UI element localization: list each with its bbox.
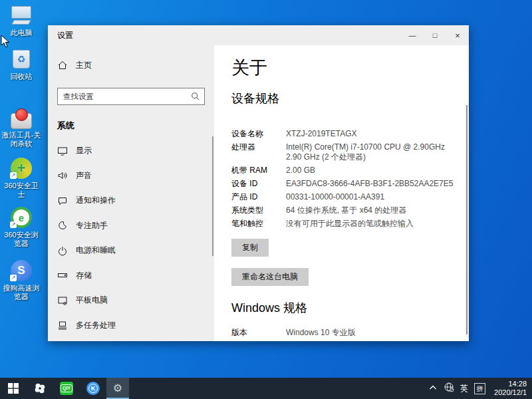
maximize-button[interactable]: □ xyxy=(424,25,446,45)
sidebar-scrollbar[interactable] xyxy=(212,136,213,256)
spec-row-device-id: 设备 ID EA3FDAC8-3666-4AFB-B3F1-2BB52AA2E7… xyxy=(231,179,460,189)
sidebar-item-projecting[interactable]: 投影到此电脑 xyxy=(48,338,214,341)
network-globe-icon[interactable] xyxy=(444,382,454,395)
start-button[interactable] xyxy=(0,378,27,399)
taskbar-iqiyi[interactable]: QIY xyxy=(53,378,80,399)
spec-value: 没有可用于此显示器的笔或触控输入 xyxy=(286,219,414,229)
taskbar: QIY K ⚙ 英 拼 14:28 2020/12/1 xyxy=(0,378,532,399)
this-pc-icon xyxy=(9,4,33,27)
system-tray: 英 拼 14:28 2020/12/1 xyxy=(428,378,532,399)
spec-row-pen-touch: 笔和触控 没有可用于此显示器的笔或触控输入 xyxy=(231,219,460,229)
desktop-icon-label: 360安全卫士 xyxy=(1,182,42,199)
360-browser-icon: e ↗ xyxy=(9,206,33,229)
sidebar-item-label: 电源和睡眠 xyxy=(76,245,116,256)
spec-row-edition: 版本 Windows 10 专业版 xyxy=(231,328,460,338)
content-scrollbar[interactable] xyxy=(466,105,467,334)
iqiyi-icon: QIY xyxy=(60,382,73,395)
sogou-browser-icon: S ↗ xyxy=(9,259,33,282)
tray-time: 14:28 xyxy=(494,380,527,388)
360-safe-icon: + ↗ xyxy=(9,157,33,180)
sidebar-item-label: 专注助手 xyxy=(76,220,108,231)
sidebar-item-notifications[interactable]: 通知和操作 xyxy=(48,188,214,213)
kugou-icon: K xyxy=(86,382,100,395)
sidebar-item-label: 主页 xyxy=(76,60,92,71)
sidebar-item-display[interactable]: 显示 xyxy=(48,138,214,164)
clock[interactable]: 14:28 2020/12/1 xyxy=(491,380,527,397)
spec-label: 版本 xyxy=(231,328,286,338)
tray-date: 2020/12/1 xyxy=(494,388,527,397)
sidebar-item-multitasking[interactable]: 多任务处理 xyxy=(48,313,214,338)
spec-value: Windows 10 专业版 xyxy=(286,328,356,338)
device-spec-table: 设备名称 XTZJ-2019TETAGX 处理器 Intel(R) Core(T… xyxy=(231,129,460,229)
sidebar-item-label: 通知和操作 xyxy=(76,195,116,206)
taskbar-settings-active[interactable]: ⚙ xyxy=(106,378,129,399)
display-icon xyxy=(57,146,68,156)
moon-icon xyxy=(57,220,68,231)
desktop-icon-this-pc[interactable]: 此电脑 xyxy=(0,4,43,37)
windows-logo-icon xyxy=(8,383,19,394)
sidebar-item-tablet[interactable]: 平板电脑 xyxy=(48,288,214,313)
desktop-icon-360-browser[interactable]: e ↗ 360安全浏览器 xyxy=(0,206,43,248)
sidebar-item-storage[interactable]: 存储 xyxy=(48,263,214,289)
shortcut-arrow-icon: ↗ xyxy=(10,221,17,228)
spec-row-device-name: 设备名称 XTZJ-2019TETAGX xyxy=(231,129,460,139)
minimize-button[interactable]: — xyxy=(401,25,424,45)
sidebar-item-label: 存储 xyxy=(76,270,92,281)
spec-value: XTZJ-2019TETAGX xyxy=(286,129,356,139)
notification-icon xyxy=(57,196,68,206)
windows-spec-table: 版本 Windows 10 专业版 版本号 20H2 xyxy=(231,328,460,341)
pinwheel-icon xyxy=(34,382,46,394)
device-spec-heading: 设备规格 xyxy=(231,90,460,106)
gear-icon: ⚙ xyxy=(113,383,122,394)
settings-sidebar: 主页 系统 显示 声音 通知和操作 xyxy=(48,45,214,341)
multitask-icon xyxy=(57,320,68,331)
sidebar-item-label: 显示 xyxy=(76,145,92,156)
search-box xyxy=(57,88,205,105)
spec-value: 00331-10000-00001-AA391 xyxy=(286,192,384,202)
spec-row-product-id: 产品 ID 00331-10000-00001-AA391 xyxy=(231,192,460,202)
spec-label: 设备名称 xyxy=(231,129,286,139)
spec-row-ram: 机带 RAM 2.00 GB xyxy=(231,166,460,176)
spec-value: 2.00 GB xyxy=(286,166,315,176)
spec-value: Intel(R) Core(TM) i7-10700 CPU @ 2.90GHz… xyxy=(286,142,460,162)
rename-pc-button[interactable]: 重命名这台电脑 xyxy=(231,268,309,286)
page-title: 关于 xyxy=(231,56,460,80)
spec-label: 机带 RAM xyxy=(231,166,286,176)
desktop-icon-label: 回收站 xyxy=(1,72,42,81)
about-page: 关于 设备规格 设备名称 XTZJ-2019TETAGX 处理器 Intel(R… xyxy=(214,45,469,341)
window-title: 设置 xyxy=(48,30,401,41)
spec-label: 笔和触控 xyxy=(231,219,286,229)
taskbar-360-safe[interactable] xyxy=(27,378,53,399)
desktop-icon-360-safe[interactable]: + ↗ 360安全卫士 xyxy=(0,157,43,199)
ime-indicator[interactable]: 拼 xyxy=(474,383,485,394)
shortcut-arrow-icon: ↗ xyxy=(10,275,17,281)
sidebar-item-label: 声音 xyxy=(76,170,92,182)
desktop-icon-label: 360安全浏览器 xyxy=(1,231,42,248)
desktop-icon-activator[interactable]: 激活工具-关闭杀软 xyxy=(0,106,43,148)
spec-label: 系统类型 xyxy=(231,205,286,215)
home-icon xyxy=(57,60,68,70)
taskbar-kugou[interactable]: K xyxy=(80,378,106,399)
sidebar-nav: 显示 声音 通知和操作 专注助手 电源和睡眠 xyxy=(48,138,214,341)
copy-button[interactable]: 复制 xyxy=(231,239,269,257)
sidebar-item-home[interactable]: 主页 xyxy=(48,53,214,77)
settings-window: 设置 — □ × 主页 系统 显示 xyxy=(48,25,469,341)
spec-row-processor: 处理器 Intel(R) Core(TM) i7-10700 CPU @ 2.9… xyxy=(231,142,460,162)
sidebar-item-label: 多任务处理 xyxy=(76,320,116,331)
desktop-icon-sogou-browser[interactable]: S ↗ 搜狗高速浏览器 xyxy=(0,259,43,301)
sidebar-item-focus-assist[interactable]: 专注助手 xyxy=(48,213,214,239)
spec-label: 设备 ID xyxy=(231,179,286,189)
tray-chevron-icon[interactable] xyxy=(428,382,438,394)
close-button[interactable]: × xyxy=(446,25,469,45)
sidebar-item-power-sleep[interactable]: 电源和睡眠 xyxy=(48,238,214,263)
sidebar-section-system: 系统 xyxy=(48,120,214,132)
title-bar: 设置 — □ × xyxy=(48,25,469,45)
language-indicator[interactable]: 英 xyxy=(460,383,468,394)
power-icon xyxy=(57,245,68,256)
search-icon[interactable] xyxy=(191,92,200,104)
search-input[interactable] xyxy=(57,88,205,105)
windows-spec-heading: Windows 规格 xyxy=(231,300,460,316)
desktop-icon-recycle-bin[interactable]: ♻ 回收站 xyxy=(0,48,43,81)
desktop-icon-label: 激活工具-关闭杀软 xyxy=(1,131,42,148)
sidebar-item-sound[interactable]: 声音 xyxy=(48,164,214,189)
